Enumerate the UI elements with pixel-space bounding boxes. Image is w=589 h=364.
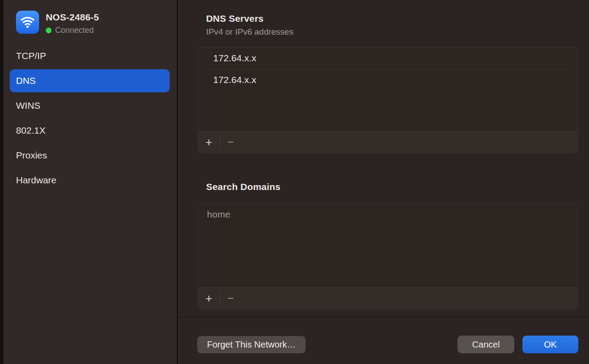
- sidebar-item-wins[interactable]: WINS: [10, 94, 170, 117]
- search-domains-list: home + −: [198, 203, 578, 309]
- window-edge: [0, 0, 4, 364]
- dns-server-row-2[interactable]: 172.64.x.x: [198, 69, 577, 91]
- add-search-domain-button[interactable]: +: [198, 288, 219, 309]
- wifi-icon: [16, 11, 39, 34]
- sidebar-item-hardware[interactable]: Hardware: [10, 169, 170, 192]
- network-status-label: Connected: [55, 26, 94, 35]
- sidebar-item-8021x[interactable]: 802.1X: [10, 119, 170, 142]
- add-dns-server-button[interactable]: +: [198, 131, 219, 153]
- sidebar-item-dns[interactable]: DNS: [10, 69, 170, 92]
- search-domains-rows: home: [198, 204, 577, 287]
- connected-dot-icon: [46, 28, 52, 33]
- ok-button[interactable]: OK: [522, 336, 578, 353]
- remove-search-domain-button[interactable]: −: [220, 288, 241, 309]
- footer-divider: [179, 317, 589, 317]
- sidebar: NOS-2486-5 Connected TCP/IP DNS WINS 802…: [4, 0, 178, 364]
- dns-server-row-1[interactable]: 172.64.x.x: [198, 47, 577, 69]
- network-meta: NOS-2486-5 Connected: [46, 11, 99, 35]
- network-status: Connected: [46, 26, 99, 35]
- dns-server-value-2: 172.64.x.x: [213, 75, 256, 85]
- search-domain-value-1: home: [207, 209, 231, 220]
- dns-servers-title: DNS Servers: [206, 13, 263, 24]
- forget-network-button[interactable]: Forget This Network…: [197, 336, 306, 353]
- dns-details-panel: DNS Servers IPv4 or IPv6 addresses 172.6…: [179, 0, 589, 364]
- search-domains-title: Search Domains: [206, 182, 280, 192]
- sidebar-item-tcp-ip[interactable]: TCP/IP: [10, 44, 170, 67]
- dns-servers-subtitle: IPv4 or IPv6 addresses: [206, 27, 293, 37]
- sidebar-item-proxies[interactable]: Proxies: [10, 144, 170, 167]
- sidebar-nav: TCP/IP DNS WINS 802.1X Proxies Hardware: [10, 44, 170, 192]
- cancel-button[interactable]: Cancel: [458, 336, 514, 353]
- dns-servers-controls: + −: [198, 131, 577, 153]
- network-name: NOS-2486-5: [46, 12, 99, 23]
- search-domains-controls: + −: [198, 287, 577, 309]
- wifi-network-details-dialog: NOS-2486-5 Connected TCP/IP DNS WINS 802…: [0, 0, 589, 364]
- dns-servers-list: 172.64.x.x 172.64.x.x + −: [198, 47, 578, 153]
- dns-server-value-1: 172.64.x.x: [213, 53, 256, 63]
- remove-dns-server-button[interactable]: −: [220, 131, 241, 153]
- network-header: NOS-2486-5 Connected: [16, 11, 99, 35]
- dns-servers-rows: 172.64.x.x 172.64.x.x: [198, 47, 577, 131]
- search-domain-row-1[interactable]: home: [198, 204, 577, 225]
